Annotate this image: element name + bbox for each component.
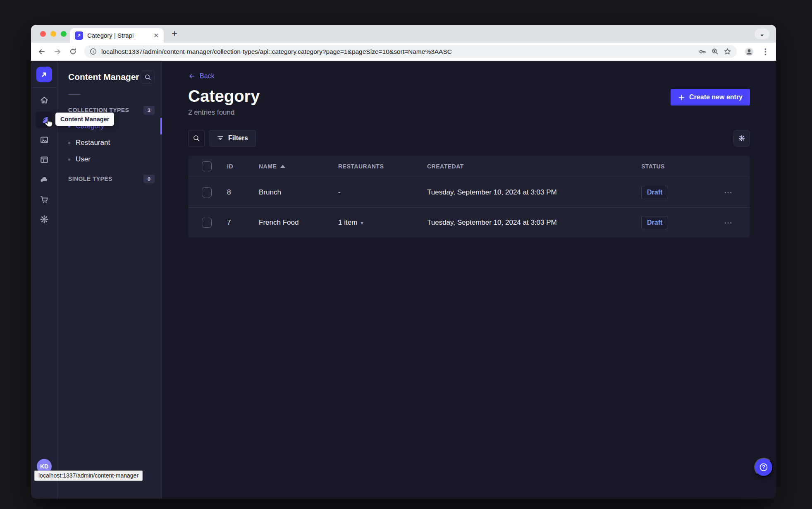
nav-divider	[31, 87, 57, 88]
view-settings-button[interactable]	[733, 130, 750, 146]
column-header-status[interactable]: STATUS	[641, 163, 721, 170]
site-info-icon[interactable]	[90, 48, 97, 55]
minimize-window-button[interactable]	[50, 31, 56, 37]
filters-label: Filters	[228, 134, 248, 142]
table-row[interactable]: 8 Brunch - Tuesday, September 10, 2024 a…	[188, 177, 750, 207]
strapi-logo[interactable]	[36, 67, 52, 82]
sidebar-item-home[interactable]	[36, 92, 53, 108]
gear-icon	[738, 134, 745, 142]
content-manager-tooltip: Content Manager	[55, 113, 114, 126]
cell-createdat: Tuesday, September 10, 2024 at 3:03 PM	[427, 218, 641, 227]
strapi-favicon-icon	[75, 31, 83, 40]
sidebar-item-cloud[interactable]	[36, 171, 53, 188]
back-label: Back	[200, 72, 215, 80]
browser-toolbar: localhost:1337/admin/content-manager/col…	[31, 43, 776, 61]
restaurants-expander[interactable]: 1 item ▾	[338, 218, 427, 227]
entries-count: 2 entries found	[188, 108, 260, 117]
column-header-restaurants[interactable]: RESTAURANTS	[338, 163, 427, 170]
main-content: Back Category 2 entries found Create new…	[162, 61, 776, 499]
cell-name: Brunch	[259, 188, 338, 197]
forward-icon[interactable]	[53, 48, 62, 56]
subnav-item-user[interactable]: User	[57, 151, 162, 168]
hand-cursor-icon	[43, 118, 54, 130]
filters-button[interactable]: Filters	[209, 130, 256, 146]
chevron-down-icon: ▾	[361, 220, 363, 226]
select-all-checkbox[interactable]	[202, 161, 212, 171]
status-badge: Draft	[641, 216, 668, 229]
row-checkbox[interactable]	[202, 187, 212, 197]
column-header-createdat[interactable]: CREATEDAT	[427, 163, 641, 170]
close-window-button[interactable]	[40, 31, 46, 37]
back-arrow-icon	[188, 72, 196, 80]
window-controls	[40, 31, 67, 37]
bullet-icon	[68, 158, 70, 161]
subnav-search-button[interactable]	[141, 70, 155, 84]
page-title: Category	[188, 87, 260, 105]
sidebar-item-marketplace[interactable]	[36, 191, 53, 208]
zoom-window-button[interactable]	[61, 31, 67, 37]
table-search-button[interactable]	[188, 130, 205, 146]
single-types-label: SINGLE TYPES	[68, 175, 112, 182]
search-icon	[193, 134, 200, 142]
help-button[interactable]	[754, 458, 773, 477]
link-preview: localhost:1337/admin/content-manager	[34, 471, 143, 481]
back-icon[interactable]	[38, 48, 46, 56]
table-row[interactable]: 7 French Food 1 item ▾ Tuesday, Septembe…	[188, 207, 750, 238]
sidebar-item-media-library[interactable]	[36, 132, 53, 148]
row-actions-menu[interactable]: ⋯	[721, 218, 750, 228]
table-header-row: ID NAME RESTAURANTS CREATEDAT STATUS	[188, 156, 750, 177]
subnav-item-label: Restaurant	[76, 139, 110, 147]
active-item-indicator	[160, 118, 162, 134]
tab-search-button[interactable]: ⌄	[755, 29, 769, 39]
cell-id: 7	[227, 218, 259, 227]
subnav-divider	[68, 94, 81, 95]
bullet-icon	[68, 142, 70, 144]
single-types-section: SINGLE TYPES 0	[57, 173, 162, 184]
url-text[interactable]: localhost:1337/admin/content-manager/col…	[101, 48, 694, 55]
entries-table: ID NAME RESTAURANTS CREATEDAT STATUS 8 B…	[188, 156, 750, 238]
cell-createdat: Tuesday, September 10, 2024 at 3:03 PM	[427, 188, 641, 197]
strapi-app: KD Content Manager COLLECTION TYPES 3 Ca…	[31, 61, 776, 499]
back-link[interactable]: Back	[188, 72, 215, 80]
cell-restaurants: -	[338, 188, 427, 197]
bookmark-star-icon[interactable]	[724, 48, 731, 55]
cell-id: 8	[227, 188, 259, 197]
single-types-count-badge: 0	[143, 175, 155, 183]
sidebar-item-settings[interactable]	[36, 211, 53, 228]
plus-icon	[678, 94, 685, 101]
profile-icon[interactable]	[744, 47, 754, 57]
row-actions-menu[interactable]: ⋯	[721, 187, 750, 197]
collection-types-count-badge: 3	[143, 106, 155, 115]
new-tab-button[interactable]: +	[172, 28, 177, 39]
column-header-id[interactable]: ID	[227, 163, 259, 170]
cell-name: French Food	[259, 218, 338, 227]
create-button-label: Create new entry	[689, 94, 743, 101]
content-manager-subnav: Content Manager COLLECTION TYPES 3 Categ…	[57, 61, 162, 499]
browser-tab[interactable]: Category | Strapi ✕	[70, 28, 164, 43]
password-key-icon[interactable]	[698, 48, 707, 56]
subnav-item-label: User	[76, 155, 91, 163]
browser-menu-icon[interactable]: ⋮	[762, 47, 769, 56]
question-mark-icon	[759, 462, 769, 472]
subnav-item-restaurant[interactable]: Restaurant	[57, 134, 162, 151]
row-checkbox[interactable]	[202, 218, 212, 228]
tab-title: Category | Strapi	[87, 32, 149, 39]
address-bar[interactable]: localhost:1337/admin/content-manager/col…	[84, 45, 737, 58]
column-header-name[interactable]: NAME	[259, 163, 338, 170]
sort-ascending-icon	[280, 165, 285, 168]
create-new-entry-button[interactable]: Create new entry	[671, 89, 750, 106]
tab-strip: Category | Strapi ✕ + ⌄	[31, 25, 776, 43]
filter-icon	[217, 134, 224, 142]
browser-window: Category | Strapi ✕ + ⌄ localhost:1337/a…	[31, 25, 776, 499]
zoom-page-icon[interactable]	[711, 48, 719, 55]
subnav-title: Content Manager	[68, 72, 139, 82]
sidebar-item-content-type-builder[interactable]	[36, 151, 53, 168]
reload-icon[interactable]	[69, 48, 77, 55]
status-badge: Draft	[641, 186, 668, 199]
tab-close-icon[interactable]: ✕	[153, 32, 159, 38]
